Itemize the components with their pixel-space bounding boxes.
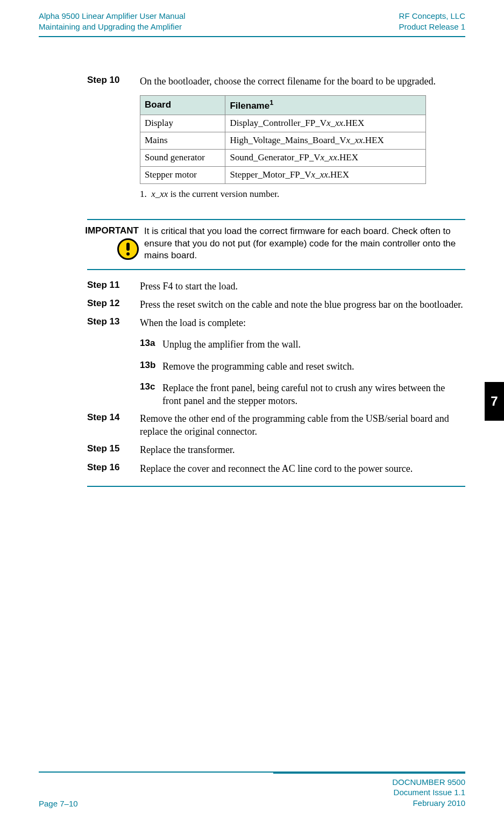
step-12-text: Press the reset switch on the cable and … <box>140 298 465 311</box>
step-11-label: Step 11 <box>87 280 140 291</box>
substep-13a-label: 13a <box>140 338 162 349</box>
step-16-text: Replace the cover and reconnect the AC l… <box>140 462 465 475</box>
important-callout: IMPORTANT It is critical that you load t… <box>87 219 465 270</box>
step-10: Step 10 On the bootloader, choose the co… <box>87 75 465 201</box>
step-16-label: Step 16 <box>87 462 140 473</box>
step-11: Step 11 Press F4 to start the load. <box>87 280 465 293</box>
section-end-rule <box>87 486 465 487</box>
table-row: Stepper motor Stepper_Motor_FP_Vx_xx.HEX <box>140 166 426 183</box>
step-14: Step 14 Remove the other end of the prog… <box>87 412 465 438</box>
filename-table: Board Filename1 Display Display_Controll… <box>140 95 426 183</box>
substep-13b-label: 13b <box>140 360 162 371</box>
substep-13a-text: Unplug the amplifier from the wall. <box>162 338 465 351</box>
step-13-text: When the load is complete: <box>140 316 465 329</box>
header-right-line2: Product Release 1 <box>399 22 465 32</box>
step-15-label: Step 15 <box>87 443 140 454</box>
page-footer: Page 7–10 DOCNUMBER 9500 Document Issue … <box>39 772 465 809</box>
substep-13b-text: Remove the programming cable and reset s… <box>162 360 465 373</box>
table-row: Mains High_Voltage_Mains_Board_Vx_xx.HEX <box>140 132 426 149</box>
table-row: Sound generator Sound_Generator_FP_Vx_xx… <box>140 149 426 166</box>
substep-13c-label: 13c <box>140 381 162 392</box>
step-11-text: Press F4 to start the load. <box>140 280 465 293</box>
step-12: Step 12 Press the reset switch on the ca… <box>87 298 465 311</box>
page-header: Alpha 9500 Linear Amplifier User Manual … <box>39 11 465 37</box>
header-left-line1: Alpha 9500 Linear Amplifier User Manual <box>39 11 186 22</box>
header-right-line1: RF Concepts, LLC <box>399 11 465 22</box>
footer-date: February 2010 <box>392 798 465 809</box>
footer-issue: Document Issue 1.1 <box>392 787 465 798</box>
footer-page: Page 7–10 <box>39 799 78 808</box>
exclamation-icon <box>117 238 139 260</box>
substep-13c: 13c Replace the front panel, being caref… <box>140 381 465 408</box>
footer-docnumber: DOCNUMBER 9500 <box>392 777 465 788</box>
substep-13a: 13a Unplug the amplifier from the wall. <box>140 338 465 351</box>
important-text: It is critical that you load the correct… <box>144 225 465 263</box>
step-10-label: Step 10 <box>87 75 140 86</box>
substep-13c-text: Replace the front panel, being careful n… <box>162 381 465 408</box>
table-head-board: Board <box>140 96 225 115</box>
chapter-tab: 7 <box>485 382 504 421</box>
step-15: Step 15 Replace the transformer. <box>87 443 465 456</box>
table-row: Display Display_Controller_FP_Vx_xx.HEX <box>140 115 426 132</box>
step-13-label: Step 13 <box>87 316 140 327</box>
step-12-label: Step 12 <box>87 298 140 309</box>
step-14-text: Remove the other end of the programming … <box>140 412 465 438</box>
table-head-filename: Filename1 <box>225 96 426 115</box>
step-14-label: Step 14 <box>87 412 140 423</box>
step-13: Step 13 When the load is complete: <box>87 316 465 329</box>
table-footnote: 1. x_xx is the current version number. <box>140 188 465 201</box>
step-15-text: Replace the transformer. <box>140 443 465 456</box>
step-16: Step 16 Replace the cover and reconnect … <box>87 462 465 475</box>
header-left-line2: Maintaining and Upgrading the Amplifier <box>39 22 186 32</box>
substep-13b: 13b Remove the programming cable and res… <box>140 360 465 373</box>
step-10-text: On the bootloader, choose the correct fi… <box>140 75 465 88</box>
important-label: IMPORTANT <box>39 225 139 236</box>
